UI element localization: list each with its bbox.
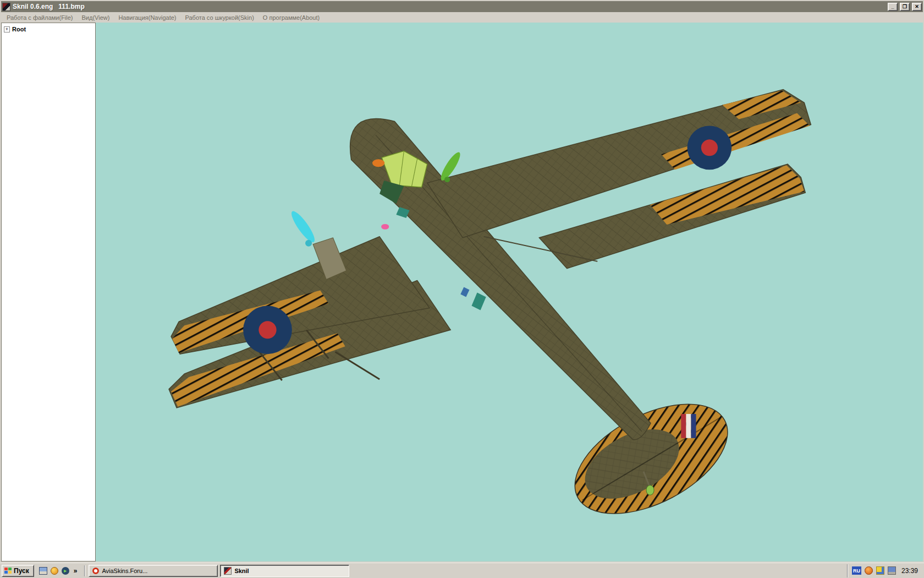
minimize-icon: _ (891, 4, 894, 9)
windows-logo-icon (4, 568, 12, 574)
restore-icon: ❐ (903, 4, 907, 9)
tray-icon[interactable] (865, 566, 873, 575)
tree-node-root[interactable]: + Root (4, 26, 93, 32)
sknil-window: Sknil 0.6.eng 111.bmp _ ❐ ✕ Работа с фай… (0, 0, 924, 563)
window-title: Sknil 0.6.eng 111.bmp (13, 3, 886, 10)
app-icon (2, 3, 10, 11)
taskbar-divider (84, 565, 85, 576)
minimize-button[interactable]: _ (888, 3, 898, 11)
start-label: Пуск (14, 567, 29, 575)
fin-flash-icon (681, 414, 696, 438)
desktop: Sknil 0.6.eng 111.bmp _ ❐ ✕ Работа с фай… (0, 0, 924, 578)
sknil-app-icon (224, 567, 232, 575)
tailplane (557, 381, 746, 536)
menu-view[interactable]: Вид(View) (78, 14, 114, 21)
tree-panel[interactable]: + Root (1, 23, 96, 561)
quick-launch-bar: ▸ » (36, 565, 81, 577)
tray-icon[interactable] (876, 566, 884, 575)
language-indicator[interactable]: RU (852, 566, 861, 575)
tray-icon[interactable] (888, 566, 896, 575)
opera-browser-icon (92, 568, 99, 574)
taskbar: Пуск ▸ » AviaSkins.Foru... Sknil RU 23:3… (0, 563, 924, 578)
viewport-3d[interactable] (96, 23, 923, 561)
quicklaunch-overflow-chevron[interactable]: » (73, 567, 79, 575)
client-area: + Root (1, 23, 923, 561)
restore-button[interactable]: ❐ (900, 3, 910, 11)
task-label: Sknil (234, 568, 249, 574)
close-button[interactable]: ✕ (912, 3, 922, 11)
menubar: Работа с файлами(File) Вид(View) Навигац… (1, 12, 923, 23)
show-desktop-icon[interactable] (39, 567, 47, 575)
tray-clock[interactable]: 23:39 (899, 567, 918, 575)
task-button-sknil[interactable]: Sknil (220, 565, 349, 577)
titlebar[interactable]: Sknil 0.6.eng 111.bmp _ ❐ ✕ (1, 1, 923, 12)
system-tray: RU 23:39 (847, 564, 922, 577)
close-icon: ✕ (915, 4, 919, 9)
menu-about[interactable]: О программе(About) (259, 14, 323, 21)
task-button-aviaskins[interactable]: AviaSkins.Foru... (89, 565, 218, 577)
aircraft-render (96, 23, 923, 561)
tailwheel (646, 485, 654, 495)
media-player-icon[interactable]: ▸ (62, 567, 69, 575)
tree-node-label: Root (12, 26, 26, 32)
tree-expander-icon[interactable]: + (4, 26, 10, 32)
task-label: AviaSkins.Foru... (102, 568, 147, 574)
quicklaunch-app-icon[interactable] (51, 567, 58, 575)
menu-file[interactable]: Работа с файлами(File) (3, 14, 77, 21)
menu-navigate[interactable]: Навигация(Navigate) (114, 14, 180, 21)
start-button[interactable]: Пуск (2, 565, 34, 577)
menu-skin[interactable]: Работа со шкуркой(Skin) (182, 14, 258, 21)
